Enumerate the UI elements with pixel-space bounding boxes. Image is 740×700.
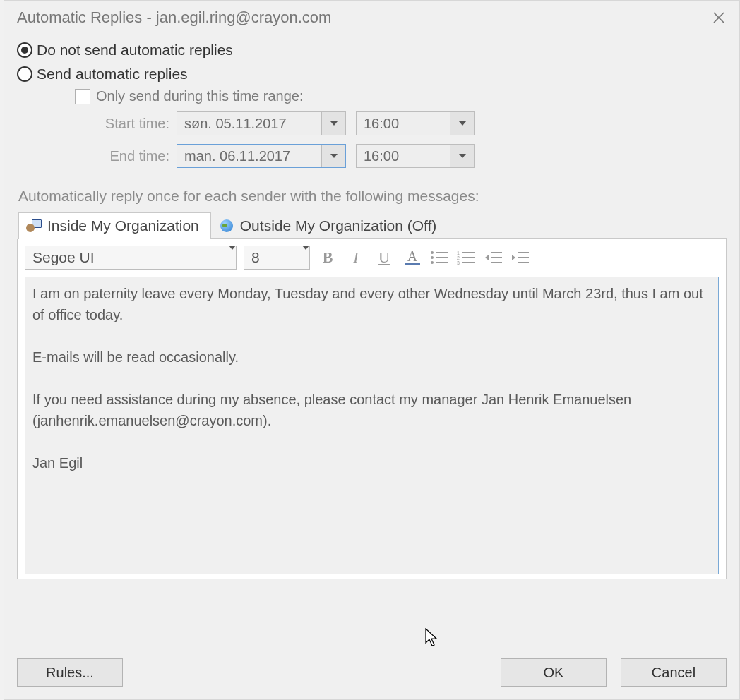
svg-text:1: 1 <box>457 251 460 255</box>
chevron-down-icon <box>459 154 466 158</box>
bullet-list-icon <box>430 250 450 265</box>
svg-rect-7 <box>462 252 475 253</box>
ok-button-label: OK <box>544 665 564 681</box>
tab-inside-label: Inside My Organization <box>47 217 199 234</box>
dialog-title: Automatic Replies - jan.egil.ring@crayon… <box>17 8 331 27</box>
bullet-list-button[interactable] <box>430 250 450 265</box>
rules-button-label: Rules... <box>46 665 94 681</box>
start-time-value: 16:00 <box>357 116 450 132</box>
format-toolbar: Segoe UI 8 B I U A <box>25 246 719 270</box>
svg-marker-12 <box>485 255 489 260</box>
end-time-row: End time: man. 06.11.2017 16:00 <box>85 144 727 168</box>
svg-rect-14 <box>491 257 502 258</box>
end-time-dropdown[interactable] <box>450 145 474 167</box>
automatic-replies-dialog: Automatic Replies - jan.egil.ring@crayon… <box>4 0 740 700</box>
font-color-icon: A <box>407 250 417 262</box>
radio-send-row: Send automatic replies <box>17 66 727 83</box>
close-icon <box>712 11 725 24</box>
svg-point-2 <box>431 256 434 259</box>
message-editor[interactable]: I am on paternity leave every Monday, Tu… <box>25 277 719 574</box>
increase-indent-icon <box>511 250 530 265</box>
globe-icon <box>219 218 234 234</box>
radio-send[interactable] <box>17 66 32 82</box>
tabs: Inside My Organization Outside My Organi… <box>18 212 727 239</box>
only-during-checkbox[interactable] <box>75 89 90 104</box>
people-icon <box>26 218 42 234</box>
svg-rect-17 <box>518 252 529 253</box>
font-size-value: 8 <box>244 249 302 266</box>
end-date-dropdown[interactable] <box>321 145 345 167</box>
radio-dont-send[interactable] <box>17 42 32 58</box>
titlebar: Automatic Replies - jan.egil.ring@crayon… <box>4 1 739 35</box>
font-name-value: Segoe UI <box>25 249 229 266</box>
numbered-list-icon: 1 2 3 <box>457 250 477 265</box>
underline-button[interactable]: U <box>374 247 395 268</box>
editor-panel: Segoe UI 8 B I U A <box>17 239 727 579</box>
radio-dont-send-row: Do not send automatic replies <box>17 42 727 59</box>
close-button[interactable] <box>708 7 729 28</box>
cancel-button[interactable]: Cancel <box>621 658 727 687</box>
svg-rect-11 <box>462 262 475 263</box>
svg-rect-1 <box>436 252 448 253</box>
start-time-combo[interactable]: 16:00 <box>356 111 475 135</box>
only-during-label: Only send during this time range: <box>96 88 304 104</box>
font-name-combo[interactable]: Segoe UI <box>25 246 237 270</box>
end-date-combo[interactable]: man. 06.11.2017 <box>177 144 346 168</box>
font-color-button[interactable]: A <box>402 247 423 268</box>
decrease-indent-icon <box>484 250 503 265</box>
time-range: Start time: søn. 05.11.2017 16:00 End ti… <box>85 111 727 168</box>
svg-rect-9 <box>462 257 475 258</box>
increase-indent-button[interactable] <box>511 250 530 265</box>
svg-point-0 <box>431 251 434 254</box>
rules-button[interactable]: Rules... <box>17 658 123 687</box>
svg-rect-18 <box>518 257 529 258</box>
start-time-row: Start time: søn. 05.11.2017 16:00 <box>85 111 727 135</box>
start-time-label: Start time: <box>85 116 169 132</box>
svg-text:3: 3 <box>457 260 460 265</box>
chevron-down-icon <box>330 121 338 126</box>
footer: Rules... OK Cancel <box>17 658 727 687</box>
svg-rect-5 <box>436 262 448 263</box>
end-time-label: End time: <box>85 148 169 164</box>
svg-rect-13 <box>491 252 502 253</box>
chevron-down-icon <box>459 121 466 126</box>
content: Do not send automatic replies Send autom… <box>4 35 739 579</box>
sender-hint: Automatically reply once for each sender… <box>18 188 727 205</box>
end-time-combo[interactable]: 16:00 <box>356 144 475 168</box>
svg-text:2: 2 <box>457 255 460 260</box>
radio-send-label[interactable]: Send automatic replies <box>37 66 188 83</box>
svg-rect-15 <box>491 262 502 263</box>
tab-inside[interactable]: Inside My Organization <box>18 212 211 239</box>
start-date-value: søn. 05.11.2017 <box>177 116 321 132</box>
numbered-list-button[interactable]: 1 2 3 <box>457 250 477 265</box>
bold-button[interactable]: B <box>317 247 338 268</box>
svg-point-4 <box>431 261 434 264</box>
start-date-combo[interactable]: søn. 05.11.2017 <box>177 111 346 135</box>
radio-dont-send-label[interactable]: Do not send automatic replies <box>37 42 233 59</box>
chevron-down-icon <box>330 154 338 158</box>
font-name-dropdown[interactable] <box>229 250 236 265</box>
end-time-value: 16:00 <box>357 148 450 164</box>
tab-outside-label: Outside My Organization (Off) <box>240 217 437 234</box>
svg-rect-3 <box>436 257 448 258</box>
svg-marker-16 <box>512 255 515 260</box>
start-date-dropdown[interactable] <box>321 112 345 135</box>
svg-rect-19 <box>518 262 529 263</box>
ok-button[interactable]: OK <box>501 658 607 687</box>
font-size-dropdown[interactable] <box>302 250 309 265</box>
end-date-value: man. 06.11.2017 <box>177 148 321 164</box>
chevron-down-icon <box>302 246 309 265</box>
tab-outside[interactable]: Outside My Organization (Off) <box>211 212 449 239</box>
start-time-dropdown[interactable] <box>450 112 474 135</box>
only-during-row: Only send during this time range: <box>75 88 727 104</box>
decrease-indent-button[interactable] <box>484 250 503 265</box>
font-size-combo[interactable]: 8 <box>244 246 310 270</box>
chevron-down-icon <box>229 246 236 265</box>
italic-button[interactable]: I <box>345 247 366 268</box>
cancel-button-label: Cancel <box>652 665 696 681</box>
